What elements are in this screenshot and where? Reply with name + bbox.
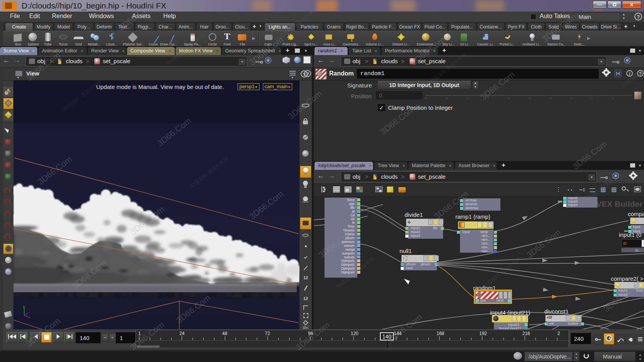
svg-text:y: y [23, 304, 25, 308]
